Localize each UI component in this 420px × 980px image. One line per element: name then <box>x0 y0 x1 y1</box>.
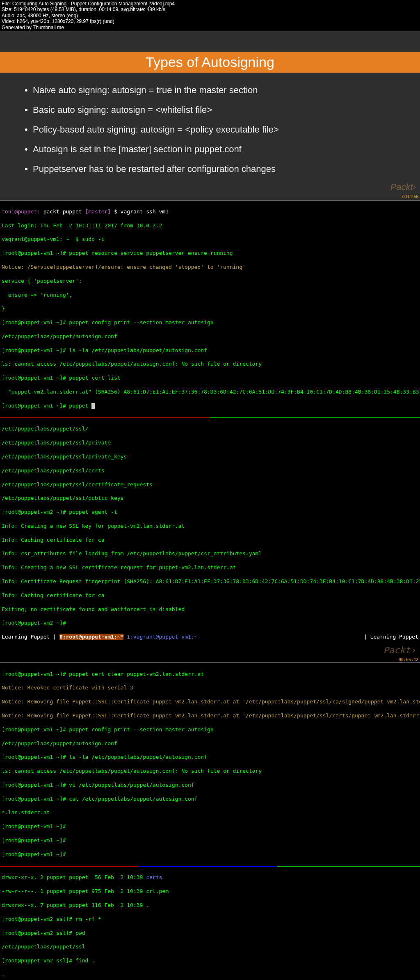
term-line: [root@puppet-vm2 ssl]# pwd <box>2 930 418 937</box>
timestamp: 00:02:55 <box>402 195 418 199</box>
term-line: [root@puppet-vm1 ~]# puppet cert clean p… <box>2 671 418 678</box>
bullet-4: Autosign is set in the [master] section … <box>25 144 395 155</box>
meta-audio: Audio: aac, 48000 Hz, stereo (eng) <box>2 13 418 18</box>
terminal-frame-4: drwxr-xr-x. 2 puppet puppet 56 Feb 2 10:… <box>0 867 420 980</box>
term-notice: Notice: Removing file Puppet::SSL::Certi… <box>2 698 418 705</box>
term-line: ls: cannot access /etc/puppetlabs/puppet… <box>2 768 418 775</box>
term-line: [root@puppet-vm1 ~]# ls -la /etc/puppetl… <box>2 347 418 354</box>
term-line: /etc/puppetlabs/puppet/ssl/private_keys <box>2 453 418 460</box>
term-line: [root@puppet-vm1 ~]# <box>2 837 418 844</box>
term-line: Info: Caching certificate for ca <box>2 537 418 544</box>
term-line: Info: Certificate Request fingerprint (S… <box>2 578 418 585</box>
term-line: [root@puppet-vm1 ~]# puppet cert list <box>2 375 418 382</box>
term-line: } <box>2 305 418 312</box>
terminal-frame-1: toni@puppet: packt-puppet [master] $ vag… <box>0 200 420 417</box>
term-line: service { 'puppetserver': <box>2 278 418 285</box>
term-notice: Notice: /Service[puppetserver]/ensure: e… <box>2 264 418 271</box>
prompt-branch: [master] <box>85 208 111 215</box>
bar-right: | Learning Puppet <box>364 634 418 641</box>
term-line: /etc/puppetlabs/puppet/ssl <box>2 943 418 950</box>
term-line: [root@puppet-vm1 ~]# <box>2 823 418 830</box>
term-cmd: $ vagrant ssh vm1 <box>111 208 169 215</box>
terminal-frame-2: /etc/puppetlabs/puppet/ssl/ /etc/puppetl… <box>0 418 420 662</box>
meta-size: Size: 51940420 bytes (49.53 MiB), durati… <box>2 7 418 12</box>
term-line: Info: Caching certificate for ca <box>2 592 418 599</box>
term-notice: Notice: Revoked certificate with serial … <box>2 685 418 691</box>
term-line: [root@puppet-vm2 ~]# <box>2 620 418 627</box>
meta-video: Video: h264, yuv420p, 1280x720, 29.97 fp… <box>2 18 418 24</box>
term-line: Info: csr_attributes file loading from /… <box>2 550 418 557</box>
term-line: [root@puppet-vm2 ssl]# find . <box>2 957 418 964</box>
term-line: . <box>2 971 418 978</box>
term-line: [root@puppet-vm2 ~]# puppet agent -t <box>2 509 418 516</box>
terminal-frame-3: [root@puppet-vm1 ~]# puppet cert clean p… <box>0 662 420 866</box>
slide-title-bar: Types of Autosigning <box>0 52 420 73</box>
meta-file: File: Configuring Auto Signing - Puppet … <box>2 1 418 7</box>
term-line: ensure => 'running', <box>2 292 418 299</box>
bullet-3: Policy-based auto signing: autosign = <p… <box>25 124 395 135</box>
term-line: Info: Creating a new SSL key for puppet-… <box>2 523 418 530</box>
term-line: [root@puppet-vm1 ~]# vi /etc/puppetlabs/… <box>2 782 418 789</box>
term-line: [root@puppet-vm1 ~]# cat /etc/puppetlabs… <box>2 796 418 803</box>
term-line: [root@puppet-vm1 ~]# puppet resource ser… <box>2 250 418 257</box>
term-line: /etc/puppetlabs/puppet/autosign.conf <box>2 740 418 747</box>
term-line: /etc/puppetlabs/puppet/ssl/ <box>2 426 418 433</box>
term-line: /etc/puppetlabs/puppet/ssl/certs <box>2 467 418 474</box>
slide-title: Types of Autosigning <box>146 54 274 70</box>
term-line: [root@puppet-vm1 ~]# puppet config print… <box>2 726 418 733</box>
tmux-bar: Learning Puppet | 0:root@puppet-vm1:~* 1… <box>2 634 418 641</box>
video-metadata: File: Configuring Auto Signing - Puppet … <box>0 0 420 31</box>
term-line: [root@puppet-vm2 ssl]# rm -rf * <box>2 916 418 923</box>
bar-active: 0:root@puppet-vm1:~* <box>59 634 124 640</box>
cursor-icon <box>91 403 95 409</box>
slide-bullets: Naive auto signing: autosign = true in t… <box>0 85 420 174</box>
dir: certs <box>146 874 162 880</box>
term-line: [root@puppet-vm1 ~]# puppet config print… <box>2 319 418 326</box>
term-line: /etc/puppetlabs/puppet/ssl/certificate_r… <box>2 481 418 488</box>
term-line: Info: Creating a new SSL certificate req… <box>2 564 418 571</box>
term-line: /etc/puppetlabs/puppet/ssl/public_keys <box>2 495 418 502</box>
term-line: Last login: Thu Feb 2 10:31:11 2017 from… <box>2 222 418 229</box>
timestamp: 00:05:42 <box>399 657 418 662</box>
term-line: [root@puppet-vm1 ~]# ls -la /etc/puppetl… <box>2 754 418 761</box>
term-line: /etc/puppetlabs/puppet/autosign.conf <box>2 333 418 340</box>
prompt-user: toni@puppet: <box>2 208 40 215</box>
slide-frame: Types of Autosigning Naive auto signing:… <box>0 31 420 200</box>
bullet-2: Basic auto signing: autosign = <whitelis… <box>25 105 395 115</box>
bar-prefix: Learning Puppet | <box>2 634 59 640</box>
term-line: [root@puppet-vm1 ~]# puppet <box>2 403 91 409</box>
watermark: Packt› <box>390 182 416 192</box>
bullet-1: Naive auto signing: autosign = true in t… <box>25 85 395 96</box>
bullet-5: Puppetserver has to be restarted after c… <box>25 164 395 174</box>
meta-gen: Generated by Thumbnail me <box>2 25 418 30</box>
prompt-path: packt-puppet <box>40 208 85 215</box>
term-line: vagrant@puppet-vm1: ~ $ sudo -i <box>2 236 418 243</box>
bar-inactive: 1:vagrant@puppet-vm1:~- <box>123 634 201 640</box>
term-line: "puppet-vm2.lan.stderr.at" (SHA256) A8:6… <box>2 389 418 396</box>
watermark: Packt› <box>383 645 416 657</box>
term-line: -rw-r--r--. 1 puppet puppet 975 Feb 2 10… <box>2 888 418 895</box>
term-line: [root@puppet-vm1 ~]# <box>2 851 418 858</box>
term-line: *.lan.stderr.at <box>2 809 418 816</box>
term-line: ls: cannot access /etc/puppetlabs/puppet… <box>2 361 418 368</box>
term-line: Exiting; no certificate found and waitfo… <box>2 606 418 613</box>
term-notice: Notice: Removing file Puppet::SSL::Certi… <box>2 712 418 719</box>
term-line: /etc/puppetlabs/puppet/ssl/private <box>2 440 418 446</box>
term-line: drwxrwx--x. 7 puppet puppet 116 Feb 2 10… <box>2 902 418 909</box>
term-line: drwxr-xr-x. 2 puppet puppet 56 Feb 2 10:… <box>2 874 146 880</box>
